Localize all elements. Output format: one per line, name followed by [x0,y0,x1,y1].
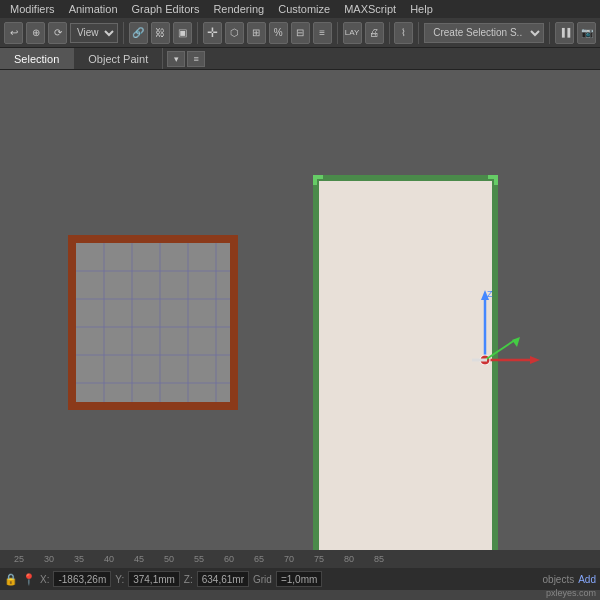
toolbar-select-btn[interactable]: ⊕ [26,22,45,44]
tab-extra: ▾ ≡ [163,48,209,69]
x-value[interactable]: -1863,26m [53,571,111,587]
box-left [68,235,238,410]
menu-customize[interactable]: Customize [272,2,336,16]
menu-rendering[interactable]: Rendering [207,2,270,16]
svg-rect-15 [313,175,317,185]
toolbar-select2-btn[interactable]: ▣ [173,22,192,44]
toolbar-print-btn[interactable]: 🖨 [365,22,384,44]
tab-dropdown-btn[interactable]: ▾ [167,51,185,67]
ruler-num-10: 75 [304,554,334,564]
menu-animation[interactable]: Animation [63,2,124,16]
toolbar-curve-btn[interactable]: ⌇ [394,22,413,44]
svg-text:Z: Z [487,289,493,299]
y-label: Y: [115,574,124,585]
svg-rect-17 [494,175,498,185]
toolbar-align-btn[interactable]: ≡ [313,22,332,44]
view-select[interactable]: View [70,23,118,43]
menu-modifiers[interactable]: Modifiers [4,2,61,16]
ruler-num-6: 55 [184,554,214,564]
ruler-num-3: 40 [94,554,124,564]
tab-object-paint[interactable]: Object Paint [74,48,163,69]
toolbar-sep-4 [389,22,390,44]
ruler-num-0: 25 [4,554,34,564]
svg-rect-1 [76,243,230,402]
tab-object-paint-label: Object Paint [88,53,148,65]
tabbar: Selection Object Paint ▾ ≡ [0,48,600,70]
toolbar-bind-btn[interactable]: ⛓ [151,22,170,44]
svg-rect-13 [319,181,492,550]
tab-selection[interactable]: Selection [0,48,74,69]
toolbar: ↩ ⊕ ⟳ View 🔗 ⛓ ▣ ✛ ⬡ ⊞ % ⊟ ≡ LAY 🖨 ⌇ Cre… [0,18,600,48]
y-value[interactable]: 374,1mm [128,571,180,587]
toolbar-move-btn[interactable]: ✛ [203,22,222,44]
toolbar-snap-btn[interactable]: ⊞ [247,22,266,44]
ruler-num-4: 45 [124,554,154,564]
ruler-num-5: 50 [154,554,184,564]
ruler-num-9: 70 [274,554,304,564]
menubar: Modifiers Animation Graph Editors Render… [0,0,600,18]
ruler-num-11: 80 [334,554,364,564]
create-selection-select[interactable]: Create Selection S... [424,23,544,43]
watermark: pxleyes.com [546,588,596,598]
toolbar-sep-1 [123,22,124,44]
ruler-bar: 25 30 35 40 45 50 55 60 65 70 75 80 85 [0,550,600,568]
toolbar-link-btn[interactable]: 🔗 [129,22,148,44]
grid-label: Grid [253,574,272,585]
menu-help[interactable]: Help [404,2,439,16]
toolbar-sep-2 [197,22,198,44]
toolbar-sep-5 [418,22,419,44]
ruler-num-8: 65 [244,554,274,564]
toolbar-anim-btn[interactable]: ▐▐ [555,22,574,44]
ruler-num-12: 85 [364,554,394,564]
toolbar-layer-btn[interactable]: LAY [343,22,362,44]
x-label: X: [40,574,49,585]
toolbar-scale-btn[interactable]: ⬡ [225,22,244,44]
svg-marker-26 [530,356,540,364]
transform-gizmo[interactable]: Z [465,285,545,365]
toolbar-percent-btn[interactable]: % [269,22,288,44]
toolbar-sep-6 [549,22,550,44]
menu-graph-editors[interactable]: Graph Editors [126,2,206,16]
menu-maxscript[interactable]: MAXScript [338,2,402,16]
pin-icon: 📍 [22,573,36,586]
z-value[interactable]: 634,61mr [197,571,249,587]
toolbar-undo-btn[interactable]: ↩ [4,22,23,44]
ruler-num-7: 60 [214,554,244,564]
toolbar-sep-3 [337,22,338,44]
ruler-num-2: 35 [64,554,94,564]
tab-selection-label: Selection [14,53,59,65]
tab-menu-btn[interactable]: ≡ [187,51,205,67]
toolbar-mirror-btn[interactable]: ⊟ [291,22,310,44]
svg-line-28 [485,340,515,360]
ruler-num-1: 30 [34,554,64,564]
ruler-numbers: 25 30 35 40 45 50 55 60 65 70 75 80 85 [4,554,596,564]
z-label: Z: [184,574,193,585]
grid-value: =1,0mm [276,571,322,587]
lock-icon: 🔒 [4,573,18,586]
objects-label: objects [543,574,575,585]
statusbar: 🔒 📍 X: -1863,26m Y: 374,1mm Z: 634,61mr … [0,568,600,590]
toolbar-render-btn[interactable]: 📷 [577,22,596,44]
viewport[interactable]: Z [0,70,600,550]
add-label[interactable]: Add [578,574,596,585]
toolbar-rotate-btn[interactable]: ⟳ [48,22,67,44]
